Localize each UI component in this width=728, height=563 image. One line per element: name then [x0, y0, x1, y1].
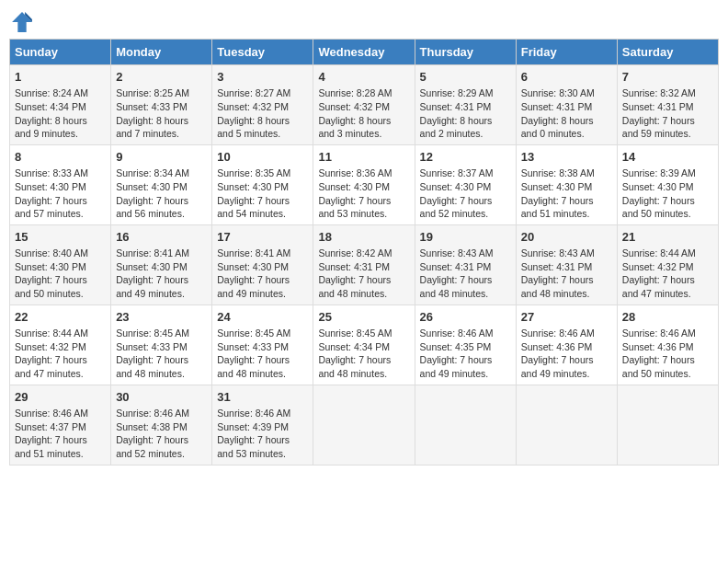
sunrise: Sunrise: 8:32 AM: [622, 87, 696, 98]
sunset: Sunset: 4:34 PM: [15, 101, 86, 112]
sunset: Sunset: 4:39 PM: [217, 421, 289, 432]
day-number: 20: [521, 229, 612, 246]
sunset: Sunset: 4:32 PM: [217, 101, 289, 112]
calendar-cell: 24Sunrise: 8:45 AMSunset: 4:33 PMDayligh…: [212, 304, 313, 385]
sunset: Sunset: 4:30 PM: [217, 261, 289, 272]
sunrise: Sunrise: 8:46 AM: [521, 327, 595, 339]
day-number: 6: [521, 69, 612, 86]
daylight: Daylight: 7 hours and 49 minutes.: [116, 274, 188, 299]
calendar-cell: 21Sunrise: 8:44 AMSunset: 4:32 PMDayligh…: [617, 224, 718, 304]
calendar-cell: 14Sunrise: 8:39 AMSunset: 4:30 PMDayligh…: [617, 144, 718, 224]
calendar-cell: 17Sunrise: 8:41 AMSunset: 4:30 PMDayligh…: [212, 224, 313, 304]
calendar-cell: 19Sunrise: 8:43 AMSunset: 4:31 PMDayligh…: [415, 224, 516, 304]
sunset: Sunset: 4:30 PM: [318, 181, 390, 192]
calendar-cell: [516, 385, 617, 465]
calendar-header-row: SundayMondayTuesdayWednesdayThursdayFrid…: [10, 40, 719, 65]
calendar-cell: 12Sunrise: 8:37 AMSunset: 4:30 PMDayligh…: [415, 144, 516, 224]
day-number: 18: [318, 229, 409, 246]
sunset: Sunset: 4:31 PM: [622, 101, 694, 112]
daylight: Daylight: 7 hours and 47 minutes.: [622, 274, 695, 299]
calendar-cell: 22Sunrise: 8:44 AMSunset: 4:32 PMDayligh…: [10, 304, 111, 385]
calendar-cell: 15Sunrise: 8:40 AMSunset: 4:30 PMDayligh…: [10, 224, 111, 304]
daylight: Daylight: 8 hours and 0 minutes.: [521, 115, 594, 140]
sunset: Sunset: 4:36 PM: [521, 341, 593, 352]
sunset: Sunset: 4:35 PM: [420, 341, 492, 352]
day-header-monday: Monday: [111, 40, 212, 65]
calendar-cell: 10Sunrise: 8:35 AMSunset: 4:30 PMDayligh…: [212, 144, 313, 224]
calendar-week-row: 8Sunrise: 8:33 AMSunset: 4:30 PMDaylight…: [10, 144, 719, 224]
sunrise: Sunrise: 8:24 AM: [15, 87, 88, 98]
day-number: 16: [116, 229, 207, 246]
daylight: Daylight: 7 hours and 47 minutes.: [15, 354, 87, 379]
sunrise: Sunrise: 8:46 AM: [420, 327, 494, 339]
sunset: Sunset: 4:31 PM: [420, 101, 492, 112]
daylight: Daylight: 8 hours and 3 minutes.: [318, 115, 391, 140]
sunset: Sunset: 4:30 PM: [15, 261, 86, 272]
daylight: Daylight: 7 hours and 49 minutes.: [420, 354, 493, 379]
daylight: Daylight: 7 hours and 56 minutes.: [116, 195, 188, 220]
sunset: Sunset: 4:33 PM: [217, 341, 289, 352]
day-number: 8: [15, 149, 106, 166]
day-number: 1: [15, 69, 106, 86]
calendar-cell: 13Sunrise: 8:38 AMSunset: 4:30 PMDayligh…: [516, 144, 617, 224]
day-number: 14: [622, 149, 713, 166]
daylight: Daylight: 7 hours and 54 minutes.: [217, 195, 290, 220]
sunset: Sunset: 4:30 PM: [420, 181, 492, 192]
sunrise: Sunrise: 8:44 AM: [15, 327, 88, 339]
calendar-cell: 31Sunrise: 8:46 AMSunset: 4:39 PMDayligh…: [212, 385, 313, 465]
day-header-saturday: Saturday: [617, 40, 718, 65]
sunrise: Sunrise: 8:46 AM: [622, 327, 696, 339]
sunrise: Sunrise: 8:44 AM: [622, 247, 696, 259]
sunset: Sunset: 4:30 PM: [521, 181, 593, 192]
day-number: 24: [217, 309, 308, 326]
calendar-cell: 5Sunrise: 8:29 AMSunset: 4:31 PMDaylight…: [415, 65, 516, 145]
calendar-cell: 9Sunrise: 8:34 AMSunset: 4:30 PMDaylight…: [111, 144, 212, 224]
daylight: Daylight: 7 hours and 48 minutes.: [521, 274, 594, 299]
day-number: 21: [622, 229, 713, 246]
day-number: 22: [15, 309, 106, 326]
sunrise: Sunrise: 8:40 AM: [15, 247, 88, 259]
daylight: Daylight: 7 hours and 48 minutes.: [318, 354, 391, 379]
daylight: Daylight: 7 hours and 59 minutes.: [622, 115, 695, 140]
sunrise: Sunrise: 8:41 AM: [217, 247, 290, 259]
day-number: 3: [217, 69, 308, 86]
sunrise: Sunrise: 8:38 AM: [521, 167, 595, 178]
daylight: Daylight: 8 hours and 5 minutes.: [217, 115, 290, 140]
day-number: 15: [15, 229, 106, 246]
sunrise: Sunrise: 8:27 AM: [217, 87, 290, 98]
daylight: Daylight: 7 hours and 50 minutes.: [622, 354, 695, 379]
day-number: 25: [318, 309, 409, 326]
calendar-cell: 30Sunrise: 8:46 AMSunset: 4:38 PMDayligh…: [111, 385, 212, 465]
daylight: Daylight: 8 hours and 2 minutes.: [420, 115, 493, 140]
sunset: Sunset: 4:30 PM: [116, 181, 188, 192]
day-number: 11: [318, 149, 409, 166]
sunrise: Sunrise: 8:41 AM: [116, 247, 189, 259]
calendar-cell: [415, 385, 516, 465]
day-number: 2: [116, 69, 207, 86]
day-header-thursday: Thursday: [415, 40, 516, 65]
sunrise: Sunrise: 8:30 AM: [521, 87, 595, 98]
day-number: 5: [420, 69, 511, 86]
calendar-week-row: 29Sunrise: 8:46 AMSunset: 4:37 PMDayligh…: [10, 385, 719, 465]
day-number: 23: [116, 309, 207, 326]
calendar-body: 1Sunrise: 8:24 AMSunset: 4:34 PMDaylight…: [10, 65, 719, 465]
daylight: Daylight: 7 hours and 51 minutes.: [521, 195, 594, 220]
daylight: Daylight: 7 hours and 50 minutes.: [622, 195, 695, 220]
daylight: Daylight: 7 hours and 48 minutes.: [318, 274, 391, 299]
sunset: Sunset: 4:31 PM: [521, 101, 593, 112]
calendar-cell: [617, 385, 718, 465]
calendar-cell: 2Sunrise: 8:25 AMSunset: 4:33 PMDaylight…: [111, 65, 212, 145]
sunrise: Sunrise: 8:39 AM: [622, 167, 696, 178]
sunrise: Sunrise: 8:43 AM: [521, 247, 595, 259]
sunset: Sunset: 4:30 PM: [116, 261, 188, 272]
calendar-cell: 7Sunrise: 8:32 AMSunset: 4:31 PMDaylight…: [617, 65, 718, 145]
sunset: Sunset: 4:31 PM: [420, 261, 492, 272]
calendar-cell: 8Sunrise: 8:33 AMSunset: 4:30 PMDaylight…: [10, 144, 111, 224]
sunrise: Sunrise: 8:46 AM: [15, 408, 88, 419]
day-number: 10: [217, 149, 308, 166]
sunrise: Sunrise: 8:45 AM: [217, 327, 290, 339]
sunrise: Sunrise: 8:29 AM: [420, 87, 494, 98]
daylight: Daylight: 7 hours and 52 minutes.: [116, 434, 188, 459]
sunrise: Sunrise: 8:36 AM: [318, 167, 392, 178]
daylight: Daylight: 7 hours and 50 minutes.: [15, 274, 87, 299]
